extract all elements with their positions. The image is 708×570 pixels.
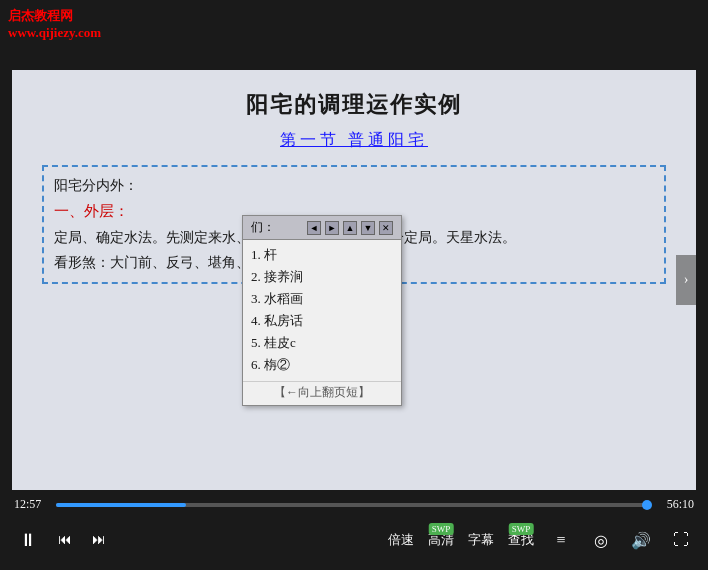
popup-ctrl-down[interactable]: ▼: [361, 221, 375, 235]
popup-header-label: 们：: [251, 219, 275, 236]
subtitle-button[interactable]: 字幕: [468, 531, 494, 549]
playlist-icon: ≡: [556, 531, 565, 549]
volume-icon: 🔊: [631, 531, 651, 550]
prev-button[interactable]: ⏮: [54, 529, 76, 551]
progress-fill: [56, 503, 186, 507]
search-badge: SWP: [509, 523, 534, 535]
fullscreen-icon: ⛶: [673, 531, 689, 549]
progress-area: 12:57 56:10: [0, 497, 708, 512]
controls-bar: ⏸ ⏮ ⏭ 倍速 SWP 高清 字幕 SWP 查找 ≡ ◎ �: [0, 518, 708, 562]
watermark-url: www.qijiezy.com: [8, 25, 101, 41]
subtitle-label: 字幕: [468, 531, 494, 549]
hd-button[interactable]: SWP 高清: [428, 531, 454, 549]
popup-item-4[interactable]: 4. 私房话: [251, 310, 393, 332]
playlist-button[interactable]: ≡: [548, 527, 574, 553]
popup-ctrl-right[interactable]: ►: [325, 221, 339, 235]
popup-item-6[interactable]: 6. 栴②: [251, 354, 393, 376]
time-total: 56:10: [658, 497, 694, 512]
video-area: 阳宅的调理运作实例 第一节 普通阳宅 阳宅分内外： 一、外层： 定局、确定水法。…: [12, 70, 696, 490]
progress-dot: [642, 500, 652, 510]
subtitle-icon: ◎: [594, 531, 608, 550]
popup-ctrl-left[interactable]: ◄: [307, 221, 321, 235]
watermark-site: 启杰教程网: [8, 8, 101, 25]
popup-footer: 【←向上翻页短】: [243, 381, 401, 405]
watermark: 启杰教程网 www.qijiezy.com: [8, 8, 101, 41]
next-slide-button[interactable]: ›: [676, 255, 696, 305]
slide-title: 阳宅的调理运作实例: [42, 90, 666, 120]
controls-right: 倍速 SWP 高清 字幕 SWP 查找 ≡ ◎ 🔊 ⛶: [388, 527, 694, 553]
controls-left: ⏸ ⏮ ⏭: [14, 526, 110, 554]
popup-item-5[interactable]: 5. 桂皮c: [251, 332, 393, 354]
track-button[interactable]: ◎: [588, 527, 614, 553]
search-button[interactable]: SWP 查找: [508, 531, 534, 549]
popup-header: 们： ◄ ► ▲ ▼ ✕: [243, 216, 401, 240]
popup-list[interactable]: 们： ◄ ► ▲ ▼ ✕ 1. 杆 2. 接养涧 3. 水稻画 4. 私房话 5…: [242, 215, 402, 406]
play-pause-button[interactable]: ⏸: [14, 526, 42, 554]
hd-badge: SWP: [429, 523, 454, 535]
popup-body: 1. 杆 2. 接养涧 3. 水稻画 4. 私房话 5. 桂皮c 6. 栴②: [243, 240, 401, 381]
fullscreen-button[interactable]: ⛶: [668, 527, 694, 553]
content-line-1: 阳宅分内外：: [54, 173, 654, 198]
progress-bar[interactable]: [56, 503, 648, 507]
volume-button[interactable]: 🔊: [628, 527, 654, 553]
next-button[interactable]: ⏭: [88, 529, 110, 551]
slide-content: 阳宅的调理运作实例 第一节 普通阳宅 阳宅分内外： 一、外层： 定局、确定水法。…: [12, 70, 696, 490]
popup-ctrl-close[interactable]: ✕: [379, 221, 393, 235]
popup-item-3[interactable]: 3. 水稻画: [251, 288, 393, 310]
speed-button[interactable]: 倍速: [388, 531, 414, 549]
popup-item-2[interactable]: 2. 接养涧: [251, 266, 393, 288]
popup-ctrl-up[interactable]: ▲: [343, 221, 357, 235]
popup-header-controls: ◄ ► ▲ ▼ ✕: [307, 221, 393, 235]
slide-subtitle: 第一节 普通阳宅: [42, 130, 666, 151]
popup-item-1[interactable]: 1. 杆: [251, 244, 393, 266]
time-current: 12:57: [14, 497, 46, 512]
speed-label: 倍速: [388, 531, 414, 549]
